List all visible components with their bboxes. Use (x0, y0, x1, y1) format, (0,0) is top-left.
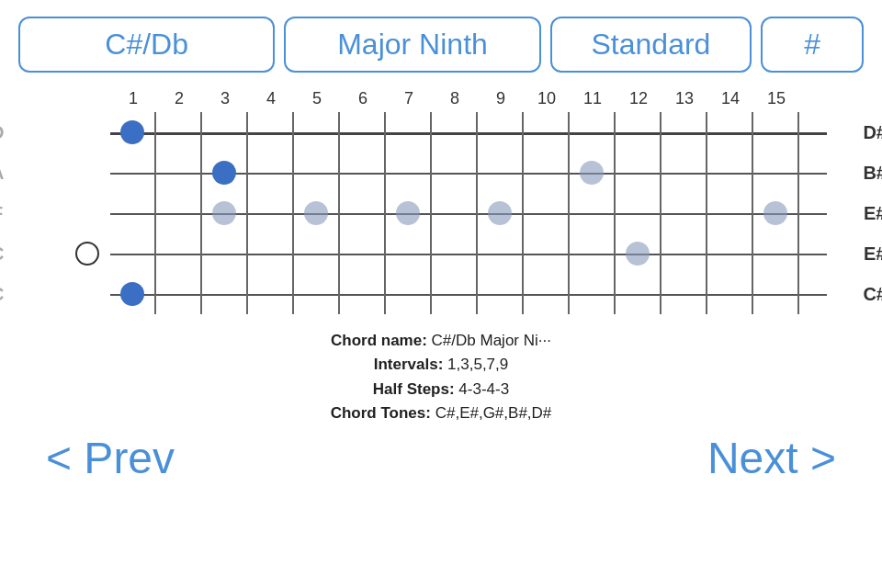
fret-cell (524, 112, 570, 153)
fret-dot (304, 201, 328, 225)
tuning-box[interactable]: Standard (550, 17, 752, 73)
fret-cell (294, 274, 340, 314)
fret-dot (763, 201, 787, 225)
string-label-right: B# (863, 153, 882, 193)
header-row: C#/Db Major Ninth Standard # (18, 17, 864, 73)
half-steps-label: Half Steps: (373, 380, 455, 398)
fret-number: 14 (707, 89, 753, 108)
fret-cell (753, 153, 799, 193)
fret-cell (570, 112, 616, 153)
string-label-left: D (0, 112, 4, 153)
fret-cell (570, 193, 616, 233)
fret-cell (248, 274, 294, 314)
fret-dot (120, 282, 144, 306)
fret-number: 11 (570, 89, 616, 108)
fret-cell (570, 233, 616, 274)
fret-cell (386, 112, 432, 153)
string-labels-left: DAFCC (0, 112, 4, 314)
string-row (110, 193, 827, 233)
fret-cell (156, 274, 202, 314)
fret-cell (156, 233, 202, 274)
string-label-right: E# (863, 233, 882, 274)
string-row (110, 112, 827, 153)
fret-cell (248, 193, 294, 233)
fret-dot (626, 242, 650, 266)
fret-cell (616, 112, 662, 153)
fret-number: 5 (294, 89, 340, 108)
fret-number: 6 (340, 89, 386, 108)
fret-cell (340, 153, 386, 193)
fret-cell (202, 193, 248, 233)
fret-cell (753, 193, 799, 233)
fret-cell (110, 153, 156, 193)
fret-number: 8 (432, 89, 478, 108)
chord-type-box[interactable]: Major Ninth (284, 17, 540, 73)
fret-cell (156, 153, 202, 193)
fret-cell (110, 274, 156, 314)
fret-cell (248, 233, 294, 274)
fret-cell (753, 274, 799, 314)
fret-cell (110, 112, 156, 153)
next-button[interactable]: Next > (707, 433, 836, 483)
root-box[interactable]: C#/Db (18, 17, 275, 73)
chord-tones-value: C#,E#,G#,B#,D# (435, 404, 552, 422)
fret-cell (340, 112, 386, 153)
fret-cell (662, 193, 707, 233)
fret-dot (120, 120, 144, 144)
fret-number: 2 (156, 89, 202, 108)
fret-cell (662, 153, 707, 193)
fret-cell (616, 193, 662, 233)
string-label-left: C (0, 274, 4, 314)
fret-number: 15 (753, 89, 799, 108)
fret-dot (212, 161, 236, 185)
fret-cell (202, 112, 248, 153)
fret-cell (202, 153, 248, 193)
fret-cell (386, 153, 432, 193)
fret-cell (340, 193, 386, 233)
fret-cell (662, 233, 707, 274)
fret-cell (202, 274, 248, 314)
fret-cell (432, 193, 478, 233)
fret-cell (707, 233, 753, 274)
fret-cell (294, 153, 340, 193)
fret-number: 13 (662, 89, 707, 108)
fret-cell (478, 233, 524, 274)
string-label-left: A (0, 153, 4, 193)
fret-number: 4 (248, 89, 294, 108)
string-label-left: F (0, 193, 4, 233)
chord-name-label: Chord name: (331, 332, 427, 349)
fret-cell (432, 153, 478, 193)
fret-cell (110, 233, 156, 274)
fret-cell (386, 274, 432, 314)
fretboard (110, 112, 827, 314)
accidental-box[interactable]: # (761, 17, 864, 73)
open-string-dot (75, 242, 99, 266)
intervals-label: Intervals: (374, 356, 444, 373)
fret-cell (524, 274, 570, 314)
fret-cell (432, 112, 478, 153)
fret-cell (248, 112, 294, 153)
string-label-left: C (0, 233, 4, 274)
fret-cell (156, 112, 202, 153)
fret-cell (753, 112, 799, 153)
prev-button[interactable]: < Prev (46, 433, 175, 483)
fret-cell (616, 274, 662, 314)
nav-row: < Prev Next > (18, 433, 864, 483)
string-label-right: D# (863, 112, 882, 153)
chord-name-value: C#/Db Major Ni··· (432, 332, 551, 349)
fretboard-area: 123456789101112131415 DAFCC D#B#E#E#C# (46, 89, 836, 314)
fret-cell (478, 193, 524, 233)
fret-cell (570, 153, 616, 193)
fret-cell (662, 274, 707, 314)
fret-cell (248, 153, 294, 193)
fret-cell (707, 274, 753, 314)
fret-cell (707, 193, 753, 233)
fret-cell (662, 112, 707, 153)
fret-cell (616, 233, 662, 274)
fret-cell (202, 233, 248, 274)
fret-cell (524, 153, 570, 193)
chord-info: Chord name: C#/Db Major Ni··· Intervals:… (331, 329, 552, 425)
fret-cell (524, 193, 570, 233)
string-label-right: E# (863, 193, 882, 233)
string-row (110, 153, 827, 193)
